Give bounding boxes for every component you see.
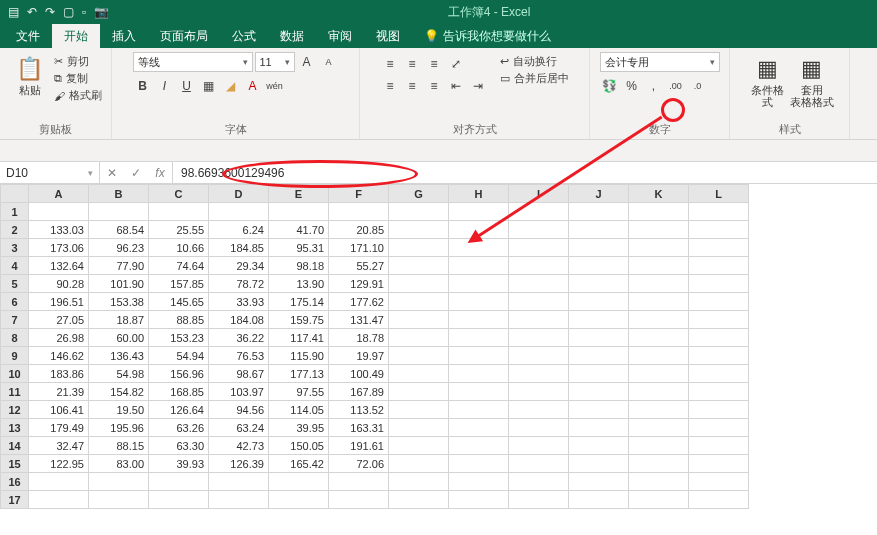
- cell[interactable]: [149, 473, 209, 491]
- cell[interactable]: [89, 473, 149, 491]
- cell[interactable]: 25.55: [149, 221, 209, 239]
- cell[interactable]: 196.51: [29, 293, 89, 311]
- cell[interactable]: 83.00: [89, 455, 149, 473]
- tab-review[interactable]: 审阅: [316, 24, 364, 48]
- cell[interactable]: [149, 203, 209, 221]
- row-header[interactable]: 11: [1, 383, 29, 401]
- cell[interactable]: [569, 257, 629, 275]
- cell[interactable]: [629, 491, 689, 509]
- cell[interactable]: [629, 239, 689, 257]
- align-middle-icon[interactable]: ≡: [402, 54, 422, 74]
- cell[interactable]: 175.14: [269, 293, 329, 311]
- cell[interactable]: 13.90: [269, 275, 329, 293]
- cell[interactable]: 10.66: [149, 239, 209, 257]
- cell[interactable]: 26.98: [29, 329, 89, 347]
- cell[interactable]: [509, 419, 569, 437]
- row-header[interactable]: 15: [1, 455, 29, 473]
- enter-formula-icon[interactable]: ✓: [124, 166, 148, 180]
- orientation-icon[interactable]: ⤢: [446, 54, 466, 74]
- tab-data[interactable]: 数据: [268, 24, 316, 48]
- cell[interactable]: 36.22: [209, 329, 269, 347]
- cell[interactable]: 19.50: [89, 401, 149, 419]
- cell[interactable]: [629, 419, 689, 437]
- align-left-icon[interactable]: ≡: [380, 76, 400, 96]
- italic-button[interactable]: I: [155, 76, 175, 96]
- redo-icon[interactable]: ↷: [45, 5, 55, 19]
- cell[interactable]: [449, 221, 509, 239]
- column-header[interactable]: D: [209, 185, 269, 203]
- font-size-select[interactable]: 11: [255, 52, 295, 72]
- cell[interactable]: [329, 203, 389, 221]
- cell[interactable]: [689, 329, 749, 347]
- cell[interactable]: 63.24: [209, 419, 269, 437]
- border-button[interactable]: ▦: [199, 76, 219, 96]
- cell[interactable]: [389, 419, 449, 437]
- cell[interactable]: 96.23: [89, 239, 149, 257]
- cell[interactable]: [689, 401, 749, 419]
- cell[interactable]: [389, 473, 449, 491]
- cell[interactable]: [449, 383, 509, 401]
- tab-view[interactable]: 视图: [364, 24, 412, 48]
- cell[interactable]: [689, 347, 749, 365]
- cell[interactable]: [509, 473, 569, 491]
- row-header[interactable]: 9: [1, 347, 29, 365]
- cell[interactable]: [89, 491, 149, 509]
- cell[interactable]: 136.43: [89, 347, 149, 365]
- cell[interactable]: [389, 293, 449, 311]
- cell[interactable]: [449, 311, 509, 329]
- cell[interactable]: [449, 365, 509, 383]
- cell[interactable]: [509, 275, 569, 293]
- cell[interactable]: [389, 365, 449, 383]
- cell[interactable]: 94.56: [209, 401, 269, 419]
- row-header[interactable]: 17: [1, 491, 29, 509]
- cell[interactable]: [689, 491, 749, 509]
- cell[interactable]: [449, 419, 509, 437]
- cell[interactable]: [689, 455, 749, 473]
- cell[interactable]: [569, 491, 629, 509]
- cell[interactable]: 18.78: [329, 329, 389, 347]
- cell[interactable]: [569, 293, 629, 311]
- cell[interactable]: 103.97: [209, 383, 269, 401]
- cell[interactable]: [689, 383, 749, 401]
- name-box[interactable]: D10: [0, 162, 100, 183]
- row-header[interactable]: 2: [1, 221, 29, 239]
- cell[interactable]: [29, 203, 89, 221]
- cell[interactable]: 54.94: [149, 347, 209, 365]
- cell[interactable]: 27.05: [29, 311, 89, 329]
- cell[interactable]: 19.97: [329, 347, 389, 365]
- row-header[interactable]: 10: [1, 365, 29, 383]
- cell[interactable]: 165.42: [269, 455, 329, 473]
- cell[interactable]: [689, 293, 749, 311]
- cell[interactable]: [389, 203, 449, 221]
- cell[interactable]: 74.64: [149, 257, 209, 275]
- tab-file[interactable]: 文件: [4, 24, 52, 48]
- column-header[interactable]: J: [569, 185, 629, 203]
- cell[interactable]: [629, 221, 689, 239]
- cell[interactable]: [449, 455, 509, 473]
- cell[interactable]: [509, 311, 569, 329]
- cell[interactable]: 68.54: [89, 221, 149, 239]
- cell[interactable]: 18.87: [89, 311, 149, 329]
- column-header[interactable]: A: [29, 185, 89, 203]
- cell[interactable]: [629, 437, 689, 455]
- cell[interactable]: 77.90: [89, 257, 149, 275]
- cell[interactable]: 72.06: [329, 455, 389, 473]
- cell[interactable]: [569, 383, 629, 401]
- cell[interactable]: [449, 275, 509, 293]
- cell[interactable]: 173.06: [29, 239, 89, 257]
- cell[interactable]: 153.23: [149, 329, 209, 347]
- cell[interactable]: [629, 383, 689, 401]
- cell[interactable]: 95.31: [269, 239, 329, 257]
- cell[interactable]: [629, 275, 689, 293]
- merge-center-button[interactable]: ▭合并后居中: [500, 71, 569, 86]
- cell[interactable]: [389, 221, 449, 239]
- comma-style-button[interactable]: ,: [644, 76, 664, 96]
- cell[interactable]: [509, 401, 569, 419]
- cell[interactable]: 122.95: [29, 455, 89, 473]
- cell[interactable]: [449, 347, 509, 365]
- cell[interactable]: 20.85: [329, 221, 389, 239]
- column-header[interactable]: E: [269, 185, 329, 203]
- cell[interactable]: 97.55: [269, 383, 329, 401]
- cell[interactable]: [689, 221, 749, 239]
- cell[interactable]: [509, 221, 569, 239]
